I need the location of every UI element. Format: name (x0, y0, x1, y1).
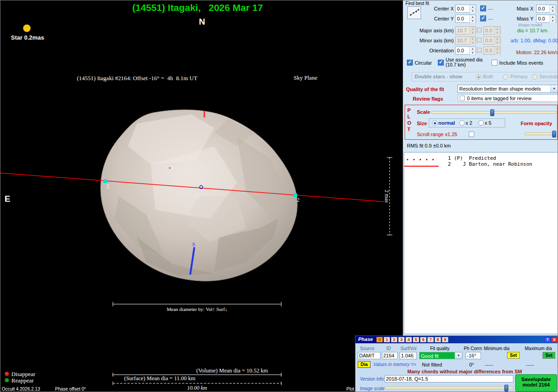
chord-listbox[interactable] (404, 152, 558, 334)
center-y-spinner[interactable]: 0.0▲▼ (455, 15, 476, 23)
id-field[interactable]: 2164 (382, 352, 398, 359)
phase-button-6[interactable]: 6 (420, 337, 426, 342)
plot-letter-o: O (407, 120, 411, 126)
scale-slider-thumb[interactable] (490, 109, 494, 116)
include-miss-label: Include Miss events (499, 60, 543, 66)
center-y-checkbox[interactable] (480, 15, 486, 21)
set-maximum-button[interactable]: Set (543, 352, 555, 359)
fit-quality-dropdown[interactable]: Good fit ▼ (419, 352, 462, 359)
scale-slider[interactable] (431, 111, 557, 114)
double-secondary-radio[interactable] (532, 74, 538, 80)
star-label: Star 0.2mas (11, 34, 44, 41)
size-x2-radio[interactable] (459, 120, 465, 126)
mass-y-spinner[interactable]: 0.0▲▼ (536, 15, 556, 23)
dia-note: dia = 10.7 km (517, 28, 547, 33)
asteroid-shape-model[interactable] (101, 110, 297, 281)
center-x-checkbox[interactable] (480, 5, 486, 11)
header-minimum-dia: Minimum dia (484, 346, 510, 351)
size-normal-radio[interactable] (432, 120, 437, 126)
form-opacity-slider-thumb[interactable] (552, 131, 556, 137)
major-axis-spinner[interactable]: 10.7▲▼ (455, 26, 476, 35)
version-info-field[interactable]: 2018-07-18, Q=1.5 (385, 375, 513, 382)
chord-marker-left[interactable] (103, 179, 107, 183)
save-update-button[interactable]: Save/update model 2164 (515, 374, 557, 392)
major-axis-error-spinner[interactable]: 0.0▲▼ (483, 26, 501, 35)
scroll-range-checkbox[interactable] (469, 132, 474, 137)
image-scale-slider-thumb[interactable] (504, 385, 508, 392)
double-primary-label: Primary (510, 74, 528, 79)
use-assumed-label: Use assumed dia (10.7 km) (446, 57, 483, 67)
orientation-label: Orientation (412, 48, 454, 53)
phase-button-3[interactable]: 3 (398, 337, 405, 342)
double-both-radio[interactable] (476, 74, 481, 80)
use-assumed-checkbox[interactable] (438, 60, 444, 66)
set-minimum-button[interactable]: Set (507, 352, 520, 359)
minor-axis-spinner[interactable]: 10.7▲▼ (455, 36, 476, 45)
review-flags-checkbox[interactable] (460, 96, 465, 101)
chord2-solid-line-icon (404, 166, 439, 167)
plot-letter-l: L (407, 114, 411, 119)
values-memory-label: Values in memory => (373, 362, 416, 367)
mass-x-spinner[interactable]: 0.0▲▼ (536, 5, 556, 13)
phase-panel-title: Phase (358, 336, 373, 342)
phase-titlebar[interactable]: Phase 0 1 2 3 4 5 6 7 8 9 ? X (355, 336, 558, 343)
dropdown-arrow-icon: ▼ (455, 352, 462, 359)
center-x-spinner[interactable]: 0.0▲▼ (455, 5, 476, 13)
phase-button-1[interactable]: 1 (384, 337, 390, 342)
ph-corr-field[interactable]: -16° (466, 352, 481, 359)
chords-note: Many chords without major differences fr… (374, 369, 556, 374)
center-y-label: Center Y (429, 16, 454, 21)
mass-y-label: Mass Y (512, 16, 533, 21)
header-ph-corrn: Ph Corrn (464, 346, 482, 351)
phase-button-9[interactable]: 9 (442, 337, 448, 342)
find-best-fit-button[interactable] (407, 6, 421, 19)
chord-number-left: 2 (107, 183, 109, 189)
chord-list-row[interactable]: 2 J Barton, near Robinson (448, 161, 532, 167)
east-label: E (5, 194, 10, 204)
center-y-dash: --- (488, 16, 493, 21)
north-label: N (199, 17, 205, 26)
size-x5-radio[interactable] (478, 120, 484, 126)
phase-button-2[interactable]: 2 (391, 337, 397, 342)
phase-button-5[interactable]: 5 (413, 337, 419, 342)
orientation-error-spinner[interactable]: 0.0▲▼ (483, 46, 501, 55)
reappear-dot-icon (5, 378, 9, 382)
dropdown-arrow-icon: ▼ (550, 85, 558, 92)
minor-axis-fit-checkbox[interactable] (477, 38, 482, 42)
phase-button-0[interactable]: 0 (376, 337, 383, 342)
phase-button-8[interactable]: 8 (435, 337, 441, 342)
form-opacity-slider[interactable] (524, 132, 556, 135)
source-field[interactable]: DAMIT (358, 352, 380, 359)
status-version: Occult 4.2026.2.13 (2, 387, 40, 392)
scale-label: Scale (417, 109, 430, 115)
chord-list-row[interactable]: 1 (P) Predicted (448, 155, 496, 161)
close-button[interactable]: X (551, 337, 558, 342)
circular-checkbox[interactable] (407, 60, 413, 66)
motion-note: Motion: 22.26 km/s (516, 50, 558, 55)
major-axis-label: Major axis (km) (412, 28, 454, 33)
minor-axis-error-spinner[interactable]: 0.0▲▼ (483, 36, 501, 45)
double-secondary-label: Secondary (539, 74, 558, 79)
major-axis-fit-checkbox[interactable] (477, 28, 482, 32)
dia-button[interactable]: Dia (358, 361, 370, 368)
quality-dropdown[interactable]: Resolution better than shape models▼ (457, 85, 558, 93)
orientation-fit-checkbox[interactable] (477, 48, 482, 52)
mean-dia-note: Mean diameter by: Vol↑ Surf↓ (167, 306, 227, 312)
review-flags-box: 0 items are tagged for review (458, 94, 558, 102)
phase-button-4[interactable]: 4 (406, 337, 412, 342)
double-primary-radio[interactable] (503, 74, 508, 80)
phase-button-7[interactable]: 7 (427, 337, 434, 342)
help-button[interactable]: ? (544, 337, 551, 342)
include-miss-checkbox[interactable] (492, 60, 497, 66)
chord1-dotted-line-icon (407, 159, 437, 160)
status-plot: Plot (346, 387, 354, 392)
size-normal-label: normal (438, 120, 455, 126)
size-x5-label: x 5 (485, 120, 492, 126)
version-info-label: Version info (360, 377, 384, 382)
legend-reappear: Reappear (11, 377, 34, 384)
image-scale-slider[interactable] (385, 387, 513, 389)
mas-scale-label: 2 mas (384, 190, 390, 203)
surfvol-field[interactable]: 1.046 (400, 352, 417, 359)
orientation-spinner[interactable]: 0.0▲▼ (455, 46, 476, 55)
event-info: (14551) Itagaki #2164: Offset -16° = 4h … (77, 75, 198, 81)
